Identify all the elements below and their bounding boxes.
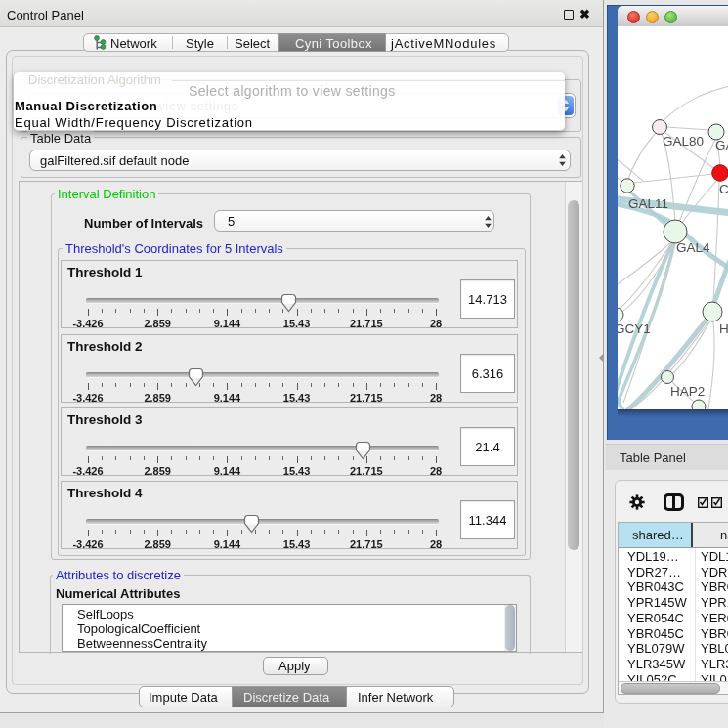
svg-text:GCY1: GCY1 bbox=[618, 321, 651, 336]
svg-text:GAL4: GAL4 bbox=[676, 240, 710, 255]
svg-text:H: H bbox=[719, 321, 728, 336]
svg-text:GAL11: GAL11 bbox=[628, 196, 668, 211]
svg-text:HAP2: HAP2 bbox=[670, 384, 705, 399]
svg-text:GAL80: GAL80 bbox=[663, 134, 704, 149]
svg-text:C: C bbox=[719, 182, 728, 196]
svg-text:GA: GA bbox=[715, 138, 728, 152]
